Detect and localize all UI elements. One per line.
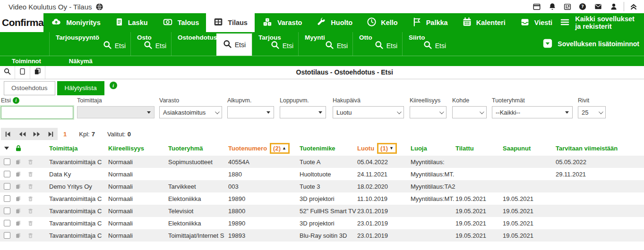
news-icon[interactable] xyxy=(563,3,572,11)
row-checkbox[interactable] xyxy=(4,232,10,239)
app-extras-label: Sovelluksen lisätoiminnot xyxy=(558,40,639,48)
rivit-select[interactable]: 25 xyxy=(578,106,606,118)
copy-row-icon[interactable] xyxy=(12,171,25,178)
nav-item-kello[interactable]: Kello xyxy=(360,13,404,32)
info-icon[interactable]: i xyxy=(13,97,19,104)
row-checkbox[interactable] xyxy=(4,158,10,165)
copy-row-icon[interactable] xyxy=(12,158,25,166)
header-tarvitaan[interactable]: Tarvitaan viimeistään xyxy=(556,145,644,152)
copy-row-icon[interactable] xyxy=(12,232,25,239)
alkupvm-dropdown[interactable] xyxy=(227,106,274,118)
cell-kiireellisyys: Normaali xyxy=(108,208,168,215)
table-row[interactable]: Tavarantoimittaja C Normaali Sopimustuot… xyxy=(0,156,644,168)
header-tilattu[interactable]: Tilattu xyxy=(455,145,503,152)
subnav-label[interactable]: Ostoehdotus xyxy=(178,34,217,41)
table-row[interactable]: Tavarantoimittaja C Normaali Elektoniikk… xyxy=(0,217,644,229)
tab-ostoehdotus[interactable]: Ostoehdotus xyxy=(4,81,55,95)
trash-icon[interactable] xyxy=(25,208,36,215)
ostoehdotus-etsi-button-selected[interactable]: Etsi xyxy=(216,33,252,56)
trash-icon[interactable] xyxy=(25,195,36,202)
subnav-label[interactable]: Tarjouspyyntö xyxy=(56,34,99,41)
search-input[interactable] xyxy=(1,106,73,119)
current-page[interactable]: 1 xyxy=(63,131,67,138)
tuoteryhmat-dropdown[interactable]: --Kaikki-- xyxy=(492,106,573,118)
nav-item-lasku[interactable]: Lasku xyxy=(108,13,155,32)
all-apps-button[interactable]: Kaikki sovellukset ja rekisterit xyxy=(559,13,644,32)
header-kiireellisyys[interactable]: Kiireellisyys xyxy=(108,145,168,152)
clock-icon xyxy=(367,17,377,28)
toolbar-search-button[interactable] xyxy=(0,66,15,79)
tarjous-etsi-button[interactable]: Etsi xyxy=(270,40,293,51)
copy-row-icon[interactable] xyxy=(12,208,25,215)
toimittaja-dropdown[interactable] xyxy=(77,106,155,118)
otto-etsi-button[interactable]: Etsi xyxy=(374,40,397,51)
loppupvm-dropdown[interactable] xyxy=(280,106,326,118)
tab-strip: Ostoehdotus Hälytyslista i xyxy=(4,81,117,95)
trash-icon[interactable] xyxy=(25,220,36,227)
copy-row-icon[interactable] xyxy=(12,183,25,190)
toolbar-copy-button[interactable] xyxy=(30,66,45,79)
nav-item-huolto[interactable]: Huolto xyxy=(309,13,360,32)
copy-row-icon[interactable] xyxy=(12,220,25,227)
varasto-select[interactable]: Asiakastoimitus xyxy=(159,106,222,118)
globe-icon[interactable] xyxy=(95,3,103,11)
nav-item-talous[interactable]: Talous xyxy=(155,13,206,32)
row-checkbox[interactable] xyxy=(4,183,10,190)
table-row[interactable]: Tavarantoimittaja C Normaali Toimittajat… xyxy=(0,229,644,242)
nav-item-viesti[interactable]: Viesti xyxy=(513,13,559,32)
info-icon[interactable]: i xyxy=(110,82,117,89)
nav-item-moniyritys[interactable]: Moniyritys xyxy=(43,13,108,32)
nav-item-tilaus[interactable]: Tilaus xyxy=(206,13,255,32)
sort-asc-icon[interactable]: ▲ xyxy=(282,146,286,150)
table-row[interactable]: Tavarantoimittaja C Normaali Televisiot … xyxy=(0,205,644,217)
row-checkbox[interactable] xyxy=(4,220,10,226)
help-icon[interactable]: ? xyxy=(578,2,587,11)
prev-page-button[interactable] xyxy=(15,128,29,140)
select-all-dropdown-icon[interactable] xyxy=(4,147,12,150)
myynti-etsi-button[interactable]: Etsi xyxy=(325,40,348,51)
kohde-select[interactable] xyxy=(452,106,487,118)
header-luotu[interactable]: Luotu (1) ▼ xyxy=(357,143,411,154)
menu-toiminnot[interactable]: Toiminnot xyxy=(6,58,47,65)
trash-icon[interactable] xyxy=(25,171,36,178)
tab-halytyslista[interactable]: Hälytyslista xyxy=(57,81,104,95)
nav-item-varasto[interactable]: Varasto xyxy=(255,13,309,32)
trash-icon[interactable] xyxy=(25,158,36,166)
osto-etsi-button[interactable]: Etsi xyxy=(143,40,166,51)
table-row[interactable]: Tavarantoimittaja C Normaali Elektoniikk… xyxy=(0,192,644,205)
header-toimittaja[interactable]: Toimittaja xyxy=(49,145,108,152)
window-icon[interactable] xyxy=(532,3,541,11)
header-tuoteryhma[interactable]: Tuoteryhmä xyxy=(168,145,228,152)
trash-icon[interactable] xyxy=(25,183,36,190)
kiireellisyys-select[interactable] xyxy=(410,106,447,118)
toolbar-new-button[interactable] xyxy=(15,66,30,79)
header-tuotenimike[interactable]: Tuotenimike xyxy=(300,145,357,152)
nav-item-kalenteri[interactable]: Kalenteri xyxy=(455,13,513,32)
collapse-header-icon[interactable] xyxy=(629,1,638,11)
first-page-button[interactable] xyxy=(1,128,15,140)
last-page-button[interactable] xyxy=(43,128,58,140)
copy-row-icon[interactable] xyxy=(12,195,25,202)
user-icon[interactable] xyxy=(610,2,618,11)
hakupaiva-select[interactable]: Luotu xyxy=(333,106,404,118)
sort-desc-icon[interactable]: ▼ xyxy=(389,146,394,150)
subnav-label[interactable]: Myynti xyxy=(305,34,325,41)
row-checkbox[interactable] xyxy=(4,171,10,177)
header-luoja[interactable]: Luoja xyxy=(411,145,455,152)
table-row[interactable]: Data Ky Normaali 1880 Huoltotuote 24.11.… xyxy=(0,168,644,180)
next-page-button[interactable] xyxy=(29,128,43,140)
header-tuotenumero[interactable]: Tuotenumero (2) ▲ xyxy=(228,143,300,154)
header-saapunut[interactable]: Saapunut xyxy=(503,145,556,152)
menu-nakyma[interactable]: Näkymä xyxy=(63,58,98,65)
table-row[interactable]: Demo Yritys Oy Normaali Tarvikkeet 003 T… xyxy=(0,180,644,192)
trash-icon[interactable] xyxy=(25,232,36,239)
mail-icon[interactable] xyxy=(593,3,603,10)
row-checkbox[interactable] xyxy=(4,195,10,202)
app-extras-button[interactable]: Sovelluksen lisätoiminnot xyxy=(542,32,644,56)
row-checkbox[interactable] xyxy=(4,208,10,214)
siirto-etsi-button[interactable]: Etsi xyxy=(423,40,446,51)
tarjouspyynto-etsi-button[interactable]: Etsi xyxy=(103,40,126,51)
bell-icon[interactable] xyxy=(548,2,557,11)
nav-item-palkka[interactable]: Palkka xyxy=(405,13,455,32)
subnav-label[interactable]: Otto xyxy=(359,34,372,41)
